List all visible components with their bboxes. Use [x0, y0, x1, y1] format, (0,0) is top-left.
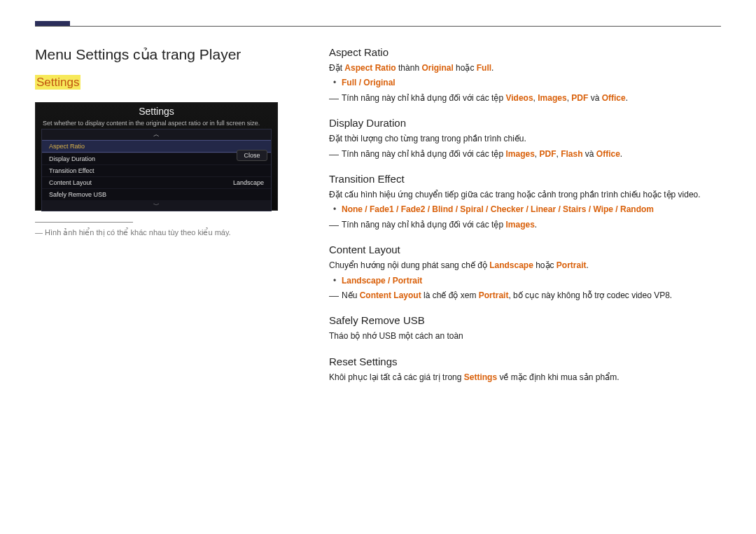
image-caption: ― Hình ảnh hiển thị có thể khác nhau tùy…	[35, 228, 287, 237]
section-text: Tháo bộ nhớ USB một cách an toàn	[329, 330, 721, 342]
section-note: Tính năng này chỉ khả dụng đối với các t…	[342, 92, 721, 104]
caption-divider	[35, 222, 133, 223]
close-button: Close	[237, 150, 267, 161]
section-note: Tính năng này chỉ khả dụng đối với các t…	[342, 148, 721, 160]
dialog-item-value: Landscape	[233, 179, 264, 186]
dialog-item-label: Safely Remove USB	[49, 191, 106, 198]
section-note: Nếu Content Layout là chế độ xem Portrai…	[342, 290, 721, 302]
options-bullet: None / Fade1 / Fade2 / Blind / Spiral / …	[342, 204, 721, 216]
dialog-item-label: Aspect Ratio	[49, 143, 85, 150]
section-heading: Reset Settings	[329, 356, 721, 367]
dialog-item-label: Display Duration	[49, 155, 95, 162]
section-aspect-ratio: Aspect Ratio Đặt Aspect Ratio thành Orig…	[329, 46, 721, 104]
dialog-item-content-layout: Content Layout Landscape	[42, 176, 271, 188]
dialog-title: Settings	[36, 103, 277, 117]
page-title: Menu Settings của trang Player	[35, 46, 287, 63]
dialog-list: ︿ Aspect Ratio Display Duration Transiti…	[41, 129, 272, 211]
left-column: Menu Settings của trang Player Settings …	[35, 46, 287, 396]
dialog-item-label: Transition Effect	[49, 167, 94, 174]
section-note: Tính năng này chỉ khả dụng đối với các t…	[342, 219, 721, 231]
section-display-duration: Display Duration Đặt thời lượng cho từng…	[329, 117, 721, 160]
highlighted-section-title: Settings	[35, 75, 80, 90]
chevron-up-icon: ︿	[42, 129, 271, 140]
section-text: Đặt Aspect Ratio thành Original hoặc Ful…	[329, 62, 721, 74]
options-bullet: Full / Original	[342, 77, 721, 89]
dialog-item-transition-effect: Transition Effect	[42, 164, 271, 176]
section-heading: Content Layout	[329, 244, 721, 255]
section-text: Đặt cấu hình hiệu ứng chuyển tiếp giữa c…	[329, 189, 721, 201]
top-divider	[35, 21, 721, 27]
section-safely-remove-usb: Safely Remove USB Tháo bộ nhớ USB một cá…	[329, 314, 721, 342]
section-text: Khôi phục lại tất cả các giá trị trong S…	[329, 372, 721, 384]
section-text: Đặt thời lượng cho từng trang trong phần…	[329, 133, 721, 145]
right-column: Aspect Ratio Đặt Aspect Ratio thành Orig…	[329, 46, 721, 396]
dialog-item-safely-remove-usb: Safely Remove USB	[42, 188, 271, 200]
two-column-layout: Menu Settings của trang Player Settings …	[35, 46, 721, 396]
section-heading: Transition Effect	[329, 173, 721, 185]
section-content-layout: Content Layout Chuyển hướng nội dung phá…	[329, 244, 721, 302]
section-text: Chuyển hướng nội dung phát sang chế độ L…	[329, 260, 721, 272]
dialog-description: Set whether to display content in the or…	[36, 117, 277, 129]
section-transition-effect: Transition Effect Đặt cấu hình hiệu ứng …	[329, 173, 721, 231]
section-heading: Display Duration	[329, 117, 721, 129]
section-heading: Aspect Ratio	[329, 46, 721, 58]
chevron-down-icon: ﹀	[42, 200, 271, 211]
section-heading: Safely Remove USB	[329, 314, 721, 326]
dialog-item-label: Content Layout	[49, 179, 92, 186]
options-bullet: Landscape / Portrait	[342, 275, 721, 287]
section-reset-settings: Reset Settings Khôi phục lại tất cả các …	[329, 356, 721, 384]
settings-dialog-screenshot: Settings Set whether to display content …	[35, 102, 278, 211]
